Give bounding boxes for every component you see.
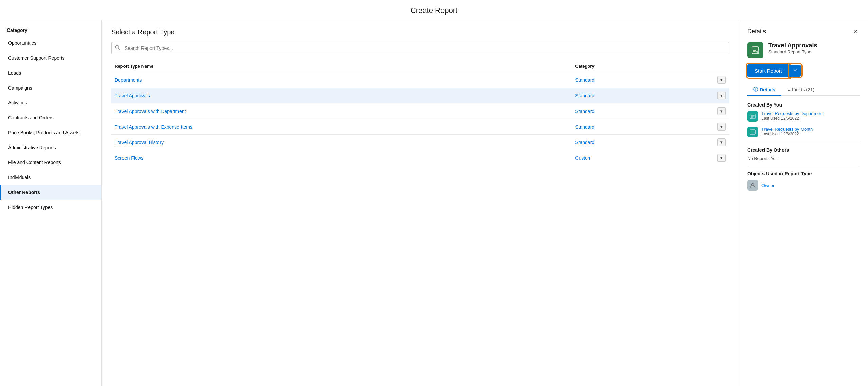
report-list-meta: Last Used 12/6/2022 [761,116,824,121]
row-dropdown-btn[interactable]: ▾ [717,92,726,99]
category-cell: Custom [572,150,714,166]
sidebar-item-leads[interactable]: Leads [0,65,101,80]
owner-icon [747,180,758,191]
created-by-you-item: Travel Requests by Department Last Used … [747,111,860,122]
row-dropdown-btn[interactable]: ▾ [717,123,726,131]
category-cell: Standard [572,103,714,119]
sidebar-item-contracts-orders[interactable]: Contracts and Orders [0,110,101,125]
page-title: Create Report [0,0,868,20]
report-list-text: Travel Requests by Month Last Used 12/6/… [761,127,813,136]
tab-fields[interactable]: ≡ Fields (21) [781,84,820,96]
report-type-link[interactable]: Travel Approvals [115,93,150,98]
sidebar-category-heading: Category [0,23,101,36]
report-list-meta: Last Used 12/6/2022 [761,132,813,136]
sidebar-item-file-content[interactable]: File and Content Reports [0,155,101,170]
created-by-you-title: Created By You [747,102,860,108]
report-type-link[interactable]: Travel Approval History [115,140,164,145]
created-by-others-title: Created By Others [747,147,860,153]
objects-used-title: Objects Used in Report Type [747,171,860,176]
search-input[interactable] [111,42,729,54]
svg-point-3 [756,51,758,53]
col-report-type-name: Report Type Name [111,61,572,72]
col-category: Category [572,61,714,72]
no-reports-text: No Reports Yet [747,156,860,161]
details-panel-title: Details [747,28,766,35]
sidebar-item-customer-support[interactable]: Customer Support Reports [0,51,101,65]
start-report-dropdown-button[interactable] [790,65,801,77]
sidebar-item-opportunities[interactable]: Opportunities [0,36,101,51]
details-tab-label: Details [760,87,775,92]
report-type-header: Travel Approvals Standard Report Type [747,42,860,58]
table-row[interactable]: Travel Approval History Standard ▾ [111,135,729,150]
divider-1 [747,142,860,142]
table-row[interactable]: Travel Approvals Standard ▾ [111,88,729,103]
sidebar-item-activities[interactable]: Activities [0,95,101,110]
category-cell: Standard [572,72,714,88]
details-panel-header: Details × [747,27,860,36]
sidebar-item-price-books[interactable]: Price Books, Products and Assets [0,125,101,140]
owner-link[interactable]: Owner [761,183,774,188]
row-dropdown-btn[interactable]: ▾ [717,107,726,115]
category-cell: Standard [572,135,714,150]
details-tab-icon: ⓘ [753,86,758,93]
start-report-button[interactable]: Start Report [747,64,790,77]
sidebar-item-administrative[interactable]: Administrative Reports [0,140,101,155]
fields-tab-icon: ≡ [788,87,790,92]
divider-2 [747,166,860,166]
sidebar-item-individuals[interactable]: Individuals [0,170,101,185]
sidebar-item-other-reports[interactable]: Other Reports [0,185,101,200]
report-list-icon [747,111,758,122]
report-type-link[interactable]: Departments [115,77,142,83]
details-tabs: ⓘ Details ≡ Fields (21) [747,84,860,96]
row-dropdown-btn[interactable]: ▾ [717,76,726,84]
report-type-sub: Standard Report Type [768,49,817,54]
table-row[interactable]: Departments Standard ▾ [111,72,729,88]
category-cell: Standard [572,88,714,103]
start-report-row: Start Report [747,64,860,77]
report-list-name-link[interactable]: Travel Requests by Department [761,111,824,116]
report-list-name-link[interactable]: Travel Requests by Month [761,127,813,132]
category-sidebar: Category OpportunitiesCustomer Support R… [0,20,102,386]
report-type-info: Travel Approvals Standard Report Type [768,42,817,54]
sidebar-item-hidden-report-types[interactable]: Hidden Report Types [0,200,101,215]
report-type-link[interactable]: Travel Approvals with Department [115,109,186,114]
table-row[interactable]: Screen Flows Custom ▾ [111,150,729,166]
table-row[interactable]: Travel Approvals with Expense Items Stan… [111,119,729,135]
tab-details[interactable]: ⓘ Details [747,84,781,96]
objects-used-item: Owner [747,180,860,191]
row-dropdown-btn[interactable]: ▾ [717,138,726,146]
table-row[interactable]: Travel Approvals with Department Standar… [111,103,729,119]
fields-tab-label: Fields (21) [792,87,814,92]
details-panel: Details × Travel Approvals Standard Repo… [739,20,868,386]
report-type-name: Travel Approvals [768,42,817,49]
report-type-table: Report Type Name Category Departments St… [111,61,729,166]
row-dropdown-btn[interactable]: ▾ [717,154,726,162]
report-type-icon [747,42,763,58]
search-wrapper [111,42,729,54]
category-cell: Standard [572,119,714,135]
report-type-link[interactable]: Travel Approvals with Expense Items [115,124,192,130]
report-type-link[interactable]: Screen Flows [115,155,144,161]
close-button[interactable]: × [852,27,860,36]
created-by-you-item: Travel Requests by Month Last Used 12/6/… [747,127,860,137]
report-list-icon [747,127,758,137]
select-report-type-heading: Select a Report Type [111,28,729,36]
sidebar-item-campaigns[interactable]: Campaigns [0,80,101,95]
report-list-text: Travel Requests by Department Last Used … [761,111,824,121]
middle-panel: Select a Report Type Report Type Name Ca… [102,20,739,386]
